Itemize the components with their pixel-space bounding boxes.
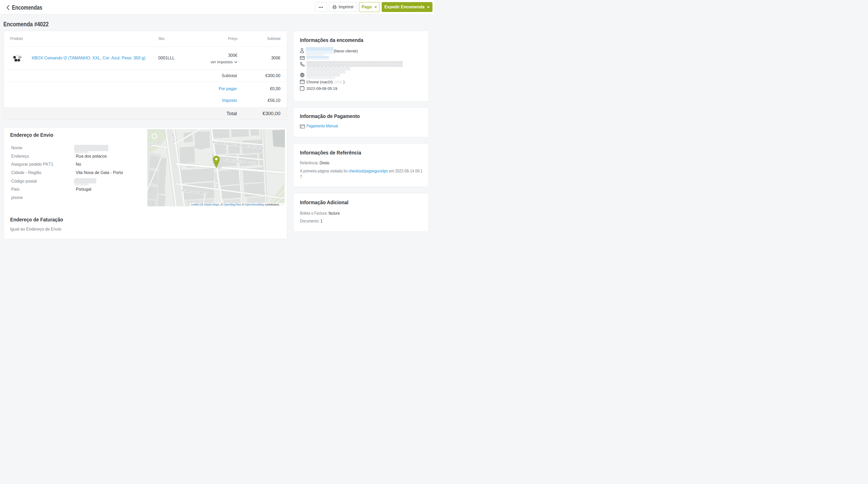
svg-text:Leaflet | © Stadia Maps, © Ope: Leaflet | © Stadia Maps, © OpenMapTiles … — [191, 203, 279, 206]
